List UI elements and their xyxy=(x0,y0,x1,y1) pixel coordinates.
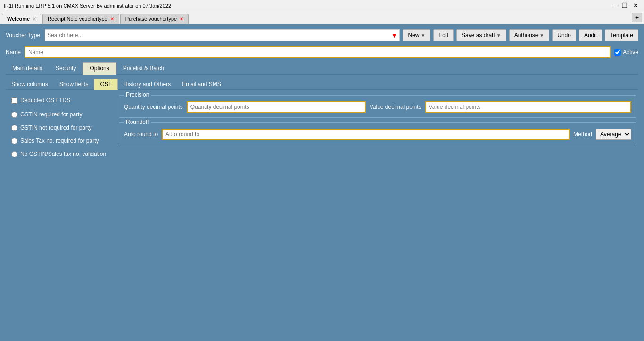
roundoff-title: Roundoff xyxy=(124,119,151,125)
gstin-radio-group: GSTIN required for party GSTIN not requi… xyxy=(8,109,111,159)
tab-purchase-label: Purchase vouchertype xyxy=(125,16,177,22)
search-dropdown-arrow[interactable]: ▼ xyxy=(391,32,398,39)
precision-title: Precision xyxy=(124,91,151,98)
gstin-required-label: GSTIN required for party xyxy=(20,111,82,118)
audit-button[interactable]: Audit xyxy=(579,29,602,41)
tab-purchase-close[interactable]: ✕ xyxy=(180,16,183,22)
name-input[interactable] xyxy=(25,46,611,58)
tab-welcome[interactable]: Welcome ✕ xyxy=(2,14,41,24)
add-tab-button[interactable]: + xyxy=(632,13,642,22)
new-button[interactable]: New ▼ xyxy=(403,29,430,41)
voucher-type-search[interactable]: ▼ xyxy=(45,29,400,41)
tab-pricelist-batch[interactable]: Pricelist & Batch xyxy=(116,62,171,75)
window-controls: – ❐ ✕ xyxy=(611,2,640,8)
roundoff-row: Auto round to Method Average Up Down xyxy=(124,129,631,140)
voucher-type-label: Voucher Type xyxy=(6,32,40,39)
tab-purchase[interactable]: Purchase vouchertype ✕ xyxy=(120,14,189,24)
edit-button[interactable]: Edit xyxy=(433,29,454,41)
sub-tabs: Show columns Show fields GST History and… xyxy=(6,79,638,90)
tab-bar: Welcome ✕ Receipt Note vouchertype ✕ Pur… xyxy=(0,11,644,24)
deducted-gst-tds-row: Deducted GST TDS xyxy=(8,95,111,106)
title-bar: [R1] Running ERP 5.1 on CMAX Server By a… xyxy=(0,0,644,11)
tab-welcome-label: Welcome xyxy=(7,16,30,22)
undo-button[interactable]: Undo xyxy=(552,29,576,41)
sales-tax-required-radio[interactable] xyxy=(11,138,17,144)
auto-round-label: Auto round to xyxy=(124,131,158,138)
name-label: Name xyxy=(6,49,21,56)
radio-no-gstin-validation-row: No GSTIN/Sales tax no. validation xyxy=(8,149,111,159)
tab-welcome-close[interactable]: ✕ xyxy=(33,16,36,22)
top-tabs: Main details Security Options Pricelist … xyxy=(6,62,638,75)
sub-tab-history-others[interactable]: History and Others xyxy=(118,79,176,90)
save-draft-dropdown-arrow[interactable]: ▼ xyxy=(496,33,501,38)
toolbar: Voucher Type ▼ New ▼ Edit Save as draft … xyxy=(6,29,638,41)
sub-tab-gst[interactable]: GST xyxy=(94,79,118,90)
no-gstin-validation-radio[interactable] xyxy=(11,151,17,157)
tab-receipt-note[interactable]: Receipt Note vouchertype ✕ xyxy=(42,14,119,24)
template-button[interactable]: Template xyxy=(605,29,638,41)
method-label: Method xyxy=(573,131,592,138)
active-label: Active xyxy=(623,49,638,56)
value-decimal-input[interactable] xyxy=(425,101,631,113)
active-wrapper: Active xyxy=(614,49,638,56)
precision-row: Quantity decimal points Value decimal po… xyxy=(124,101,631,113)
save-as-draft-button[interactable]: Save as draft ▼ xyxy=(456,29,506,41)
minimize-button[interactable]: – xyxy=(611,2,618,8)
close-button[interactable]: ✕ xyxy=(631,2,640,8)
value-decimal-label: Value decimal points xyxy=(370,104,421,110)
radio-sales-tax-required-row: Sales Tax no. required for party xyxy=(8,136,111,146)
gst-right-panel: Precision Quantity decimal points Value … xyxy=(119,95,636,159)
deducted-gst-tds-checkbox[interactable] xyxy=(11,97,17,104)
app-title: [R1] Running ERP 5.1 on CMAX Server By a… xyxy=(4,3,171,8)
name-row: Name Active xyxy=(6,46,638,58)
tab-main-details[interactable]: Main details xyxy=(6,62,49,75)
tab-security[interactable]: Security xyxy=(49,62,83,75)
precision-group: Precision Quantity decimal points Value … xyxy=(119,95,636,118)
maximize-button[interactable]: ❐ xyxy=(620,2,629,8)
tab-receipt-note-close[interactable]: ✕ xyxy=(110,16,114,22)
tab-receipt-note-label: Receipt Note vouchertype xyxy=(48,16,107,22)
qty-decimal-input[interactable] xyxy=(187,101,366,113)
sales-tax-required-label: Sales Tax no. required for party xyxy=(20,138,99,144)
radio-gstin-required-row: GSTIN required for party xyxy=(8,109,111,120)
gstin-not-required-radio[interactable] xyxy=(11,125,17,131)
tab-options[interactable]: Options xyxy=(83,62,116,75)
qty-decimal-label: Quantity decimal points xyxy=(124,104,183,110)
radio-gstin-not-required-row: GSTIN not required for party xyxy=(8,122,111,133)
sub-tab-show-columns[interactable]: Show columns xyxy=(6,79,54,90)
main-area: Voucher Type ▼ New ▼ Edit Save as draft … xyxy=(0,24,644,341)
sub-tab-email-sms[interactable]: Email and SMS xyxy=(176,79,227,90)
gstin-required-radio[interactable] xyxy=(11,112,17,118)
gst-left-panel: Deducted GST TDS GSTIN required for part… xyxy=(8,95,111,159)
authorise-button[interactable]: Authorise ▼ xyxy=(509,29,550,41)
gstin-not-required-label: GSTIN not required for party xyxy=(20,124,91,131)
gst-content: Deducted GST TDS GSTIN required for part… xyxy=(6,95,638,159)
new-dropdown-arrow[interactable]: ▼ xyxy=(421,33,425,38)
method-select[interactable]: Average Up Down xyxy=(596,129,631,140)
search-input[interactable] xyxy=(47,32,391,39)
roundoff-group: Roundoff Auto round to Method Average Up… xyxy=(119,122,636,145)
content-panel: Show columns Show fields GST History and… xyxy=(6,75,638,159)
sub-tab-show-fields[interactable]: Show fields xyxy=(54,79,94,90)
active-checkbox[interactable] xyxy=(614,49,621,56)
deducted-gst-tds-label: Deducted GST TDS xyxy=(20,97,70,104)
no-gstin-validation-label: No GSTIN/Sales tax no. validation xyxy=(20,151,106,157)
auto-round-input[interactable] xyxy=(162,129,570,140)
authorise-dropdown-arrow[interactable]: ▼ xyxy=(539,33,544,38)
